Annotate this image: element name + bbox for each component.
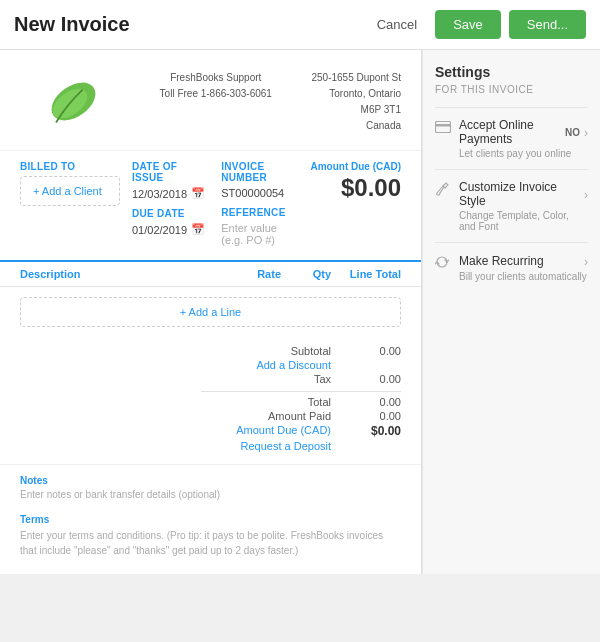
totals-section: Subtotal 0.00 Add a Discount Tax 0.00 To… <box>0 337 421 464</box>
discount-value <box>361 359 401 371</box>
tax-value: 0.00 <box>361 373 401 385</box>
line-total-column-header: Line Total <box>331 268 401 280</box>
subtotal-row: Subtotal 0.00 <box>201 345 401 357</box>
company-name: FreshBooks Support <box>160 70 272 86</box>
header-actions: Cancel Save Send... <box>367 10 586 39</box>
discount-row: Add a Discount <box>201 359 401 371</box>
add-client-button[interactable]: + Add a Client <box>20 176 120 206</box>
tax-row: Tax 0.00 <box>201 373 401 385</box>
send-button[interactable]: Send... <box>509 10 586 39</box>
address-postal: M6P 3T1 <box>311 102 401 118</box>
description-column-header: Description <box>20 268 211 280</box>
amount-due-row: Amount Due (CAD) $0.00 <box>201 424 401 438</box>
customize-content: Customize Invoice Style › Change Templat… <box>459 180 588 232</box>
company-info: FreshBooks Support Toll Free 1-866-303-6… <box>160 70 272 102</box>
calendar-icon-2: 📅 <box>191 223 205 236</box>
date-of-issue-value: 12/03/2018 📅 <box>132 187 209 200</box>
calendar-icon: 📅 <box>191 187 205 200</box>
svg-rect-2 <box>436 122 451 133</box>
date-of-issue-label: Date of Issue <box>132 161 209 183</box>
customize-title: Customize Invoice Style › <box>459 180 588 208</box>
address-line2: Toronto, Ontario <box>311 86 401 102</box>
accept-payments-title: Accept Online Payments NO › <box>459 118 588 146</box>
paint-icon <box>435 182 451 199</box>
recurring-title: Make Recurring › <box>459 253 588 269</box>
reference-input[interactable]: Enter value (e.g. PO #) <box>221 222 298 246</box>
company-toll-free: Toll Free 1-866-303-6061 <box>160 86 272 102</box>
invoice-panel: FreshBooks Support Toll Free 1-866-303-6… <box>0 50 422 574</box>
subtotal-label: Subtotal <box>201 345 331 357</box>
tax-label: Tax <box>201 373 331 385</box>
recurring-icon <box>435 255 451 272</box>
header: New Invoice Cancel Save Send... <box>0 0 600 50</box>
customize-desc: Change Template, Color, and Font <box>459 210 588 232</box>
amount-due-cad-value: $0.00 <box>310 174 401 202</box>
add-discount-button[interactable]: Add a Discount <box>201 359 331 371</box>
recurring-content: Make Recurring › Bill your clients autom… <box>459 253 588 282</box>
request-deposit-button[interactable]: Request a Deposit <box>201 440 331 452</box>
recurring-desc: Bill your clients automatically <box>459 271 588 282</box>
terms-label: Terms <box>20 514 401 525</box>
rate-column-header: Rate <box>211 268 281 280</box>
save-button[interactable]: Save <box>435 10 501 39</box>
invoice-number-group: Invoice Number ST00000054 Reference Ente… <box>221 161 298 246</box>
amount-paid-row: Amount Paid 0.00 <box>201 410 401 422</box>
address-country: Canada <box>311 118 401 134</box>
invoice-number-value[interactable]: ST00000054 <box>221 187 298 199</box>
notes-label: Notes <box>20 475 401 486</box>
accept-payments-content: Accept Online Payments NO › Let clients … <box>459 118 588 159</box>
settings-panel: Settings FOR THIS INVOICE Accept Online … <box>422 50 600 574</box>
accept-payments-desc: Let clients pay you online <box>459 148 588 159</box>
logo-area <box>20 70 120 140</box>
invoice-top: FreshBooks Support Toll Free 1-866-303-6… <box>0 50 421 150</box>
chevron-right-icon-2: › <box>584 188 588 202</box>
billed-to-label: Billed To <box>20 161 120 172</box>
settings-item-recurring[interactable]: Make Recurring › Bill your clients autom… <box>435 242 588 292</box>
due-date-label: Due Date <box>132 208 209 219</box>
page-title: New Invoice <box>14 13 367 36</box>
add-line-button[interactable]: + Add a Line <box>20 297 401 327</box>
freshbooks-logo-icon <box>35 70 105 140</box>
settings-subtitle: FOR THIS INVOICE <box>435 84 588 95</box>
amount-due-cad-label: Amount Due (CAD) <box>310 161 401 172</box>
line-items-header: Description Rate Qty Line Total <box>0 260 421 287</box>
reference-label: Reference <box>221 207 298 218</box>
cancel-button[interactable]: Cancel <box>367 11 427 38</box>
subtotal-value: 0.00 <box>361 345 401 357</box>
settings-title: Settings <box>435 64 588 80</box>
totals-divider <box>201 391 401 392</box>
amount-due-final-value: $0.00 <box>361 424 401 438</box>
amount-paid-value: 0.00 <box>361 410 401 422</box>
settings-item-customize[interactable]: Customize Invoice Style › Change Templat… <box>435 169 588 242</box>
terms-section: Terms Enter your terms and conditions. (… <box>0 506 421 574</box>
address-line1: 250-1655 Dupont St <box>311 70 401 86</box>
total-label: Total <box>201 396 331 408</box>
invoice-number-label: Invoice Number <box>221 161 298 183</box>
amount-due-group: Amount Due (CAD) $0.00 <box>310 161 401 202</box>
request-deposit-row: Request a Deposit <box>201 440 401 452</box>
accept-payments-badge: NO <box>565 127 580 138</box>
terms-input[interactable]: Enter your terms and conditions. (Pro ti… <box>20 528 401 558</box>
main-layout: FreshBooks Support Toll Free 1-866-303-6… <box>0 50 600 574</box>
credit-card-icon <box>435 120 451 136</box>
billed-to-group: Billed To + Add a Client <box>20 161 120 206</box>
notes-section: Notes Enter notes or bank transfer detai… <box>0 464 421 506</box>
total-value: 0.00 <box>361 396 401 408</box>
chevron-right-icon-3: › <box>584 255 588 269</box>
chevron-right-icon: › <box>584 126 588 140</box>
notes-input[interactable]: Enter notes or bank transfer details (op… <box>20 489 401 500</box>
company-address: 250-1655 Dupont St Toronto, Ontario M6P … <box>311 70 401 134</box>
svg-rect-3 <box>435 124 451 127</box>
dates-group: Date of Issue 12/03/2018 📅 Due Date 01/0… <box>132 161 209 236</box>
amount-paid-label: Amount Paid <box>201 410 331 422</box>
invoice-fields: Billed To + Add a Client Date of Issue 1… <box>0 150 421 260</box>
qty-column-header: Qty <box>281 268 331 280</box>
total-row: Total 0.00 <box>201 396 401 408</box>
due-date-value: 01/02/2019 📅 <box>132 223 209 236</box>
amount-due-final-label[interactable]: Amount Due (CAD) <box>201 424 331 438</box>
settings-item-accept-payments[interactable]: Accept Online Payments NO › Let clients … <box>435 107 588 169</box>
